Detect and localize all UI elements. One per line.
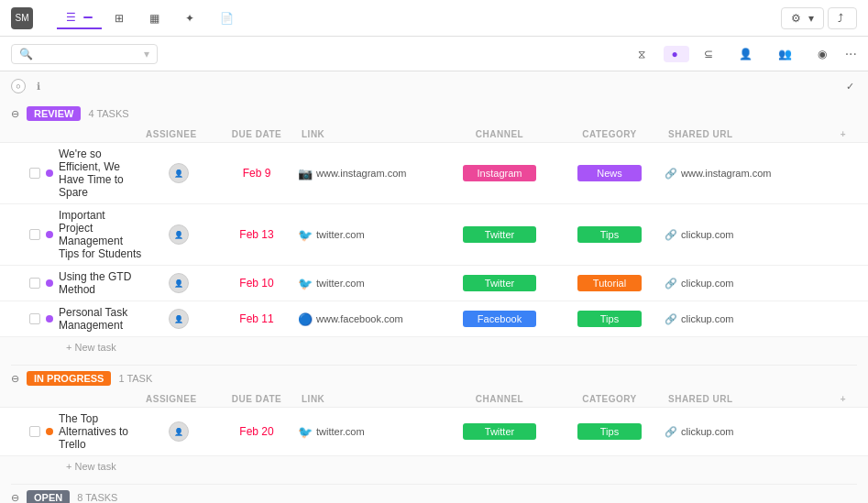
tab-schedule[interactable]: ▦ [140,8,172,28]
posts-section-header: ○ ℹ ✓ [0,71,868,101]
channel-badge[interactable]: Twitter [463,226,536,243]
due-date: Feb 13 [215,228,298,241]
col-assignee: ASSIGNEE [142,394,215,404]
link-cell[interactable]: 📷 www.instagram.com [298,167,445,180]
task-name[interactable]: The Top Alternatives to Trello [59,412,142,451]
link-text: www.instagram.com [316,168,406,179]
task-name[interactable]: Important Project Management Tips for St… [59,209,142,260]
list-badge [83,16,93,18]
task-row: Personal Task Management 👤 Feb 11 🔵 www.… [0,301,868,337]
col-duedate: DUE DATE [215,394,298,404]
col-channel: CHANNEL [445,129,555,139]
link-cell[interactable]: 🐦 twitter.com [298,277,445,290]
col-add[interactable]: + [830,129,857,139]
new-task-row[interactable]: + New task [0,456,868,476]
shared-url-icon: 🔗 [665,168,677,180]
link-cell[interactable]: 🔵 www.facebook.com [298,312,445,326]
show-button[interactable]: ◉ [810,45,838,63]
channel-badge[interactable]: Twitter [463,275,536,291]
status-group-review: ⊖ REVIEW 4 TASKS ASSIGNEE DUE DATE LINK … [0,101,868,357]
tab-add-view[interactable] [250,15,269,22]
more-options-icon[interactable]: ··· [845,46,857,62]
col-category: CATEGORY [555,394,665,404]
col-headers-inprogress: ASSIGNEE DUE DATE LINK CHANNEL CATEGORY … [0,391,868,408]
subtasks-button[interactable]: ⊆ [697,45,724,63]
col-task [48,129,142,139]
twitter-icon: 🐦 [298,425,313,439]
category-badge[interactable]: Tips [577,423,642,440]
filter-button[interactable]: ⧖ [631,45,656,63]
assignee-avatar[interactable]: 👤 [169,309,189,329]
task-name-cell: The Top Alternatives to Trello [11,412,142,451]
tab-twitter[interactable]: ✦ [176,8,207,28]
twitter-icon: 🐦 [298,277,313,290]
tab-board[interactable]: ⊞ [105,8,137,28]
link-cell[interactable]: 🐦 twitter.com [298,228,445,242]
col-category: CATEGORY [555,129,665,139]
toolbar: 🔍 ▾ ⧖ ● ⊆ 👤 👥 ◉ ··· [0,37,868,71]
search-icon: 🔍 [19,48,33,60]
show-icon: ◉ [818,48,827,60]
link-cell[interactable]: 🐦 twitter.com [298,425,445,439]
channel-badge[interactable]: Instagram [463,165,536,181]
task-checkbox[interactable] [29,168,40,179]
link-text: www.facebook.com [316,313,403,324]
facebook-icon: 🔵 [298,312,313,326]
assignees-button[interactable]: 👥 [771,45,803,63]
me-button[interactable]: 👤 [731,45,764,63]
task-checkbox[interactable] [29,229,40,240]
group-toggle-open[interactable]: ⊖ [11,492,19,504]
col-sharedurl: SHARED URL [665,394,830,404]
posts-toggle[interactable]: ○ [11,79,26,93]
channel-cell: Twitter [445,423,555,440]
assignee-avatar[interactable]: 👤 [169,163,189,183]
category-cell: News [555,165,665,181]
task-name[interactable]: We're so Efficient, We Have Time to Spar… [59,148,142,199]
assignee-avatar[interactable]: 👤 [169,421,189,442]
workspace-icon[interactable]: SM [11,7,33,29]
search-box[interactable]: 🔍 ▾ [11,44,158,64]
assignee-cell: 👤 [142,224,215,245]
new-task-row[interactable]: + New task [0,337,868,357]
task-name[interactable]: Using the GTD Method [59,270,142,296]
list-icon: ☰ [66,11,76,24]
task-checkbox[interactable] [29,426,40,437]
group-by-button[interactable]: ● [664,46,688,62]
category-cell: Tips [555,311,665,327]
show-closed-button[interactable]: ✓ [846,81,857,93]
category-badge[interactable]: Tips [577,311,642,327]
group-icon: ● [671,48,677,60]
task-count-review: 4 TASKS [88,108,128,119]
status-badge-inprogress: IN PROGRESS [27,371,111,386]
col-link: LINK [298,129,445,139]
automate-icon: ⚙ [791,12,801,25]
category-badge[interactable]: Tips [577,226,642,243]
automate-button[interactable]: ⚙ ▾ [781,7,824,29]
due-date: Feb 9 [215,167,298,180]
category-badge[interactable]: Tutorial [577,275,642,291]
group-header-inprogress: ⊖ IN PROGRESS 1 TASK [0,366,868,391]
channel-badge[interactable]: Facebook [463,311,536,327]
status-badge-open: OPEN [27,490,70,503]
posts-info-icon[interactable]: ℹ [37,81,40,93]
group-toggle-review[interactable]: ⊖ [11,108,19,120]
col-add[interactable]: + [830,394,857,404]
task-checkbox[interactable] [29,313,40,324]
shared-url-cell: 🔗 www.instagram.com [665,168,830,180]
assignee-avatar[interactable]: 👤 [169,273,189,293]
category-cell: Tips [555,226,665,243]
task-color-dot [46,428,53,435]
assignee-cell: 👤 [142,309,215,329]
shared-url-text: clickup.com [681,278,733,289]
task-name[interactable]: Personal Task Management [59,306,142,332]
tab-list[interactable]: ☰ [57,7,102,29]
channel-badge[interactable]: Twitter [463,423,536,440]
tab-guide[interactable]: 📄 [211,8,247,28]
category-badge[interactable]: News [577,165,642,181]
share-button[interactable]: ⤴ [828,7,857,29]
assignee-avatar[interactable]: 👤 [169,224,189,245]
group-header-review: ⊖ REVIEW 4 TASKS [0,101,868,126]
group-toggle-inprogress[interactable]: ⊖ [11,373,19,385]
task-checkbox[interactable] [29,278,40,289]
task-color-dot [46,279,53,287]
